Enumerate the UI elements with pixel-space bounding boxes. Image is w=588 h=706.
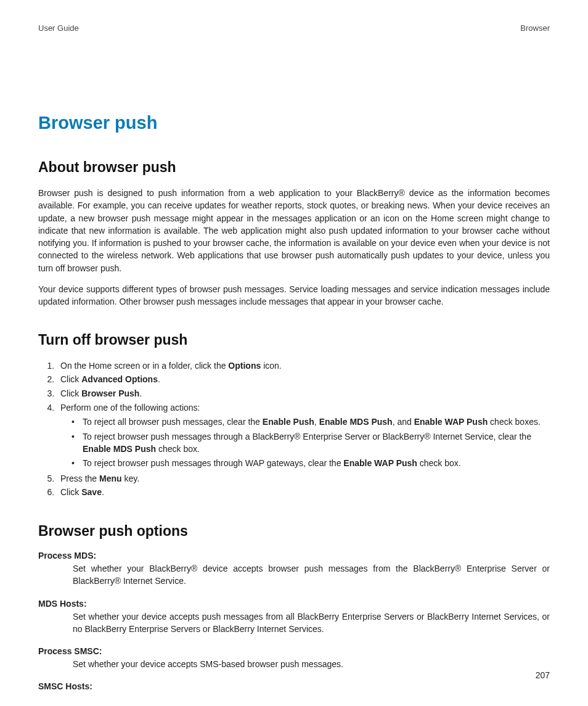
header-left: User Guide xyxy=(38,23,79,33)
section-heading-turnoff: Turn off browser push xyxy=(38,332,550,348)
about-paragraph-2: Your device supports different types of … xyxy=(38,283,550,308)
option-term-mds-hosts: MDS Hosts: xyxy=(38,599,550,609)
page-title: Browser push xyxy=(38,113,550,133)
sub-bullets: To reject all browser push messages, cle… xyxy=(60,416,550,469)
step-1: On the Home screen or in a folder, click… xyxy=(57,359,550,373)
step-4: Perform one of the following actions: To… xyxy=(57,401,550,470)
step-3: Click Browser Push. xyxy=(57,387,550,401)
option-desc-mds-hosts: Set whether your device accepts push mes… xyxy=(38,610,550,636)
about-paragraph-1: Browser push is designed to push informa… xyxy=(38,187,550,274)
step-6: Click Save. xyxy=(57,486,550,499)
header-right: Browser xyxy=(520,23,550,33)
bullet-2: To reject browser push messages through … xyxy=(71,430,550,456)
option-term-process-smsc: Process SMSC: xyxy=(38,646,550,656)
option-term-process-mds: Process MDS: xyxy=(38,551,550,560)
page-header: User Guide Browser xyxy=(38,23,550,33)
bullet-3: To reject browser push messages through … xyxy=(71,457,550,469)
steps-list: On the Home screen or in a folder, click… xyxy=(38,359,550,499)
option-desc-process-mds: Set whether your BlackBerry® device acce… xyxy=(38,562,550,588)
option-term-smsc-hosts: SMSC Hosts: xyxy=(38,681,550,691)
option-desc-process-smsc: Set whether your device accepts SMS-base… xyxy=(38,658,550,670)
section-heading-about: About browser push xyxy=(38,159,550,176)
step-5: Press the Menu key. xyxy=(57,472,550,486)
section-heading-options: Browser push options xyxy=(38,523,550,540)
step-2: Click Advanced Options. xyxy=(57,373,550,387)
page-number: 207 xyxy=(536,670,550,680)
bullet-1: To reject all browser push messages, cle… xyxy=(71,416,550,428)
